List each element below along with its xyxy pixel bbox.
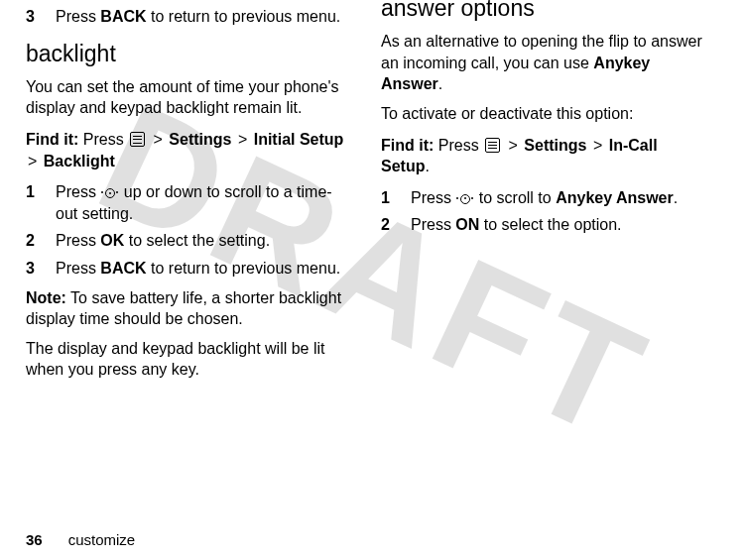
text: To save battery life, a shorter backligh…: [26, 289, 341, 328]
heading-backlight: backlight: [26, 42, 353, 66]
navigation-key-icon: [456, 192, 473, 204]
step-text: Press to scroll to Anykey Answer.: [411, 187, 708, 209]
footer-section-label: customize: [68, 531, 136, 548]
step-text: Press OK to select the setting.: [56, 230, 353, 252]
step-number: 2: [26, 230, 42, 252]
find-it-line: Find it: Press > Settings > Initial Setu…: [26, 129, 353, 171]
content-columns: 3 Press BACK to return to previous menu.…: [26, 0, 721, 389]
paragraph: As an alternative to opening the flip to…: [381, 31, 708, 95]
text: to select the option.: [479, 216, 621, 233]
text: Press: [56, 183, 100, 200]
step-text: Press ON to select the option.: [411, 214, 708, 236]
heading-answer-options: answer options: [381, 0, 708, 21]
text: to return to previous menu.: [147, 260, 341, 277]
text: Press: [411, 189, 455, 206]
menu-key-icon: [485, 138, 500, 153]
step-number: 2: [381, 214, 397, 236]
step-item: 1 Press to scroll to Anykey Answer.: [381, 187, 708, 209]
text: Press: [438, 137, 483, 154]
page-footer: 36 customize: [26, 531, 135, 548]
step-text: Press BACK to return to previous menu.: [56, 258, 353, 280]
menu-path-backlight: Backlight: [44, 153, 115, 169]
step-text: Press BACK to return to previous menu.: [56, 6, 353, 28]
right-column: answer options As an alternative to open…: [381, 0, 708, 389]
paragraph: To activate or deactivate this option:: [381, 103, 708, 125]
menu-key-icon: [130, 132, 145, 147]
text: to select the setting.: [124, 232, 270, 249]
step-item: 1 Press up or down to scroll to a time-o…: [26, 181, 353, 224]
find-it-label: Find it:: [381, 137, 438, 154]
step-item: 2 Press OK to select the setting.: [26, 230, 353, 252]
text: Press: [83, 131, 128, 148]
gt-separator: >: [28, 153, 42, 169]
left-column: 3 Press BACK to return to previous menu.…: [26, 0, 353, 389]
step-number: 3: [26, 6, 42, 28]
paragraph: You can set the amount of time your phon…: [26, 76, 353, 119]
navigation-key-icon: [101, 186, 118, 198]
feature-anykey-answer: Anykey Answer: [556, 189, 674, 206]
text: .: [674, 189, 678, 206]
paragraph: The display and keypad backlight will be…: [26, 338, 353, 381]
step-item: 2 Press ON to select the option.: [381, 214, 708, 236]
find-it-line: Find it: Press > Settings > In-Call Setu…: [381, 135, 708, 177]
step-number: 1: [26, 181, 42, 224]
text: .: [438, 75, 442, 92]
step-item: 3 Press BACK to return to previous menu.: [26, 6, 353, 28]
key-label-back: BACK: [100, 260, 146, 277]
text: Press: [56, 8, 100, 25]
find-it-label: Find it:: [26, 131, 83, 148]
text: to scroll to: [474, 189, 556, 206]
text: Press: [56, 232, 100, 249]
text: Press: [56, 260, 100, 277]
gt-separator: >: [504, 137, 522, 154]
step-text: Press up or down to scroll to a time-out…: [56, 181, 353, 224]
text: Press: [411, 216, 455, 233]
page-number: 36: [26, 531, 43, 548]
step-item: 3 Press BACK to return to previous menu.: [26, 258, 353, 280]
gt-separator: >: [588, 137, 606, 154]
gt-separator: >: [149, 131, 167, 148]
text: to return to previous menu.: [147, 8, 341, 25]
gt-separator: >: [233, 131, 251, 148]
step-number: 1: [381, 187, 397, 209]
text: .: [425, 158, 429, 174]
menu-path-initial-setup: Initial Setup: [254, 131, 344, 148]
key-label-on: ON: [455, 216, 479, 233]
note-paragraph: Note: To save battery life, a shorter ba…: [26, 287, 353, 330]
text: As an alternative to opening the flip to…: [381, 33, 702, 71]
key-label-ok: OK: [100, 232, 124, 249]
step-number: 3: [26, 258, 42, 280]
key-label-back: BACK: [100, 8, 146, 25]
note-label: Note:: [26, 289, 66, 306]
menu-path-settings: Settings: [524, 137, 586, 154]
menu-path-settings: Settings: [169, 131, 231, 148]
